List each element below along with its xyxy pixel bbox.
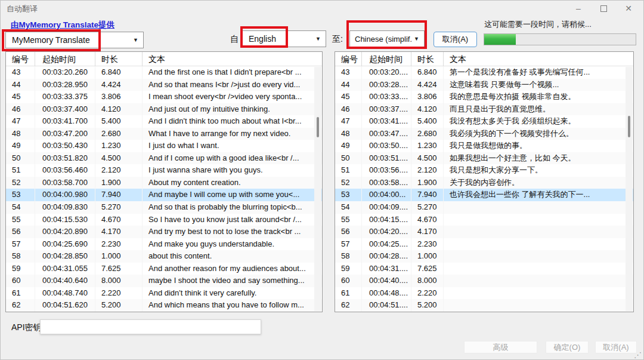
target-vertical-scrollbar[interactable]	[626, 67, 633, 311]
subtitle-text-cell	[444, 238, 633, 251]
to-language-dropdown[interactable]: Chinese (simplif... ▼	[349, 30, 425, 47]
table-row[interactable]: 4300:03:20....6.840第一个是我没有准备好 或事先编写任何...	[335, 66, 633, 79]
table-row[interactable]: 5600:04:20....4.170	[335, 226, 633, 238]
table-row[interactable]: 5900:04:31....7.625	[335, 263, 633, 275]
column-header[interactable]: 编号	[6, 52, 35, 66]
to-language-value: Chinese (simplif...	[350, 35, 411, 44]
table-row[interactable]: 5500:04:15.5304.670So I have to you know…	[6, 214, 322, 226]
row-number-cell: 43	[335, 66, 362, 79]
duration-cell: 2.680	[95, 128, 143, 140]
table-row[interactable]: 4900:03:50....1.230我只是做我想做的事。	[335, 140, 633, 152]
cancel-button[interactable]: 取消(A)	[595, 341, 637, 353]
duration-cell: 2.680	[411, 128, 444, 140]
start-time-cell: 00:03:51....	[362, 152, 411, 165]
start-time-cell: 00:04:31.055	[35, 263, 95, 275]
subtitle-text-cell: 我只是做我想做的事。	[444, 140, 633, 152]
table-row[interactable]: 5300:04:00...7.940也许我会想出一些你 了解有关我的下一...	[335, 189, 633, 201]
row-number-cell: 59	[6, 263, 35, 275]
table-row[interactable]: 5600:04:20.8904.170And try my best to no…	[6, 226, 322, 238]
table-row[interactable]: 4500:03:33....3.806我的意思是每次拍摄 视频非常自发。	[335, 91, 633, 103]
column-header[interactable]: 时长	[411, 52, 444, 66]
row-number-cell: 52	[335, 177, 362, 189]
resize-grip-icon[interactable]: ⋰	[634, 352, 642, 359]
subtitle-text-cell: And if I come up with a good idea like<b…	[143, 152, 322, 165]
maximize-icon[interactable]	[591, 1, 616, 16]
minimize-icon[interactable]: –	[566, 1, 591, 16]
cancel-translation-button[interactable]: 取消(A)	[434, 32, 477, 47]
from-language-dropdown[interactable]: English ▼	[242, 30, 326, 47]
table-row[interactable]: 5500:04:15....4.670	[335, 214, 633, 226]
table-row[interactable]: 5100:03:56....2.120我只是想和大家分享一下。	[335, 164, 633, 177]
engine-dropdown[interactable]: MyMemory Translate ▼	[5, 32, 144, 48]
row-number-cell: 61	[6, 287, 35, 300]
subtitle-text-cell: I mean shoot every<br />video very spont…	[143, 91, 322, 103]
table-row[interactable]: 5000:03:51....4.500如果我想出一个好主意，比如 今天。	[335, 152, 633, 165]
table-row[interactable]: 6000:04:40....8.000	[335, 275, 633, 287]
table-row[interactable]: 5000:03:51.8204.500And if I come up with…	[6, 152, 322, 165]
table-row[interactable]: 4800:03:47.2002.680What I have to arrang…	[6, 128, 322, 140]
column-header[interactable]: 文本	[444, 52, 633, 66]
duration-cell: 7.940	[95, 189, 143, 201]
provider-link[interactable]: 由MyMemory Translate提供	[11, 20, 114, 30]
scrollbar-thumb[interactable]	[628, 116, 630, 137]
table-row[interactable]: 4500:03:33.3753.806I mean shoot every<br…	[6, 91, 322, 103]
duration-cell: 4.500	[411, 152, 444, 165]
table-row[interactable]: 5200:03:58....1.900关于我的内容创作。	[335, 177, 633, 189]
scrollbar-thumb[interactable]	[317, 117, 319, 137]
subtitle-text-cell: And make you guys understandable.	[143, 238, 322, 251]
table-row[interactable]: 6100:04:48.7402.220And didn't think it v…	[6, 287, 322, 300]
duration-cell: 1.900	[95, 177, 143, 189]
table-row[interactable]: 6000:04:40.6408.000maybe I shoot the vid…	[6, 275, 322, 287]
duration-cell: 5.200	[411, 299, 444, 312]
row-number-cell: 43	[6, 66, 35, 79]
close-icon[interactable]: ✕	[616, 1, 641, 16]
table-row[interactable]: 4700:03:41.7005.400And I didn't think to…	[6, 115, 322, 128]
table-row[interactable]: 4700:03:41....5.400我没有想太多关于我 必须组织起来。	[335, 115, 633, 128]
row-number-cell: 48	[6, 128, 35, 140]
start-time-cell: 00:04:25....	[362, 238, 411, 251]
table-row[interactable]: 5900:04:31.0557.625And another reason fo…	[6, 263, 322, 275]
table-row[interactable]: 5100:03:56.4602.120I just wanna share wi…	[6, 164, 322, 177]
table-row[interactable]: 4800:03:47....2.680我必须为我的下一个视频安排什么。	[335, 128, 633, 140]
table-row[interactable]: 5700:04:25.6902.230And make you guys und…	[6, 238, 322, 251]
api-key-input[interactable]	[40, 319, 261, 334]
advanced-button[interactable]: 高级	[464, 341, 537, 353]
row-number-cell: 51	[335, 164, 362, 177]
table-row[interactable]: 5800:04:28.8501.000about this content.	[6, 250, 322, 263]
ok-button[interactable]: 确定(O)	[546, 341, 589, 353]
progress-fill	[484, 34, 516, 45]
start-time-cell: 00:04:40.640	[35, 275, 95, 287]
column-header[interactable]: 文本	[143, 52, 322, 66]
table-row[interactable]: 5300:04:00.9807.940And maybe I will come…	[6, 189, 322, 201]
subtitle-text-cell: And try my best to not to lose the track…	[143, 226, 322, 238]
table-row[interactable]: 5700:04:25....2.230	[335, 238, 633, 251]
subtitle-text-cell: 这意味着我 只要做每一个视频...	[444, 79, 633, 91]
table-row[interactable]: 4300:03:20.2606.840And the first one is …	[6, 66, 322, 79]
subtitle-text-cell: 我必须为我的下一个视频安排什么。	[444, 128, 633, 140]
column-header[interactable]: 编号	[335, 52, 362, 66]
table-row[interactable]: 5400:04:09....5.270	[335, 201, 633, 214]
column-header[interactable]: 时长	[95, 52, 143, 66]
table-row[interactable]: 5200:03:58.7001.900About my content crea…	[6, 177, 322, 189]
row-number-cell: 52	[6, 177, 35, 189]
table-row[interactable]: 4900:03:50.4301.230I just do what I want…	[6, 140, 322, 152]
source-vertical-scrollbar[interactable]	[314, 67, 321, 311]
table-row[interactable]: 6200:04:51.6205.200And which means that …	[6, 299, 322, 312]
table-row[interactable]: 5800:04:28....1.000	[335, 250, 633, 263]
row-number-cell: 44	[6, 79, 35, 91]
table-row[interactable]: 5400:04:09.8305.270And so that is probab…	[6, 201, 322, 214]
start-time-cell: 00:04:00.980	[35, 189, 95, 201]
table-row[interactable]: 4400:03:28.9504.424And so that means I<b…	[6, 79, 322, 91]
table-row[interactable]: 4600:03:37.4004.120And just out of my in…	[6, 103, 322, 116]
table-row[interactable]: 6200:04:51....5.200	[335, 299, 633, 312]
row-number-cell: 51	[6, 164, 35, 177]
chevron-down-icon: ▼	[313, 36, 326, 42]
column-header[interactable]: 起始时间	[362, 52, 411, 66]
table-row[interactable]: 4400:03:28....4.424这意味着我 只要做每一个视频...	[335, 79, 633, 91]
start-time-cell: 00:03:28....	[362, 79, 411, 91]
subtitle-text-cell: 我只是想和大家分享一下。	[444, 164, 633, 177]
column-header[interactable]: 起始时间	[35, 52, 95, 66]
table-row[interactable]: 6100:04:48....2.220	[335, 287, 633, 300]
table-row[interactable]: 4600:03:37....4.120而且只是出于我的直觉思维。	[335, 103, 633, 116]
duration-cell: 5.400	[95, 115, 143, 128]
